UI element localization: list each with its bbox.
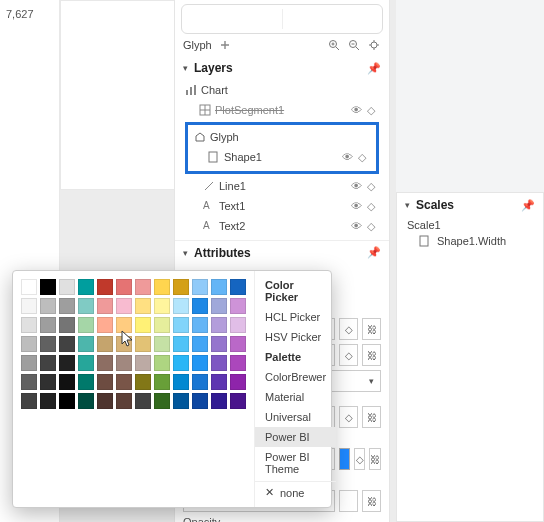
color-swatch[interactable] bbox=[59, 317, 75, 333]
erase-button[interactable]: ◇ bbox=[339, 344, 358, 366]
color-swatch[interactable] bbox=[135, 336, 151, 352]
erase-icon[interactable]: ◇ bbox=[367, 180, 379, 192]
color-swatch[interactable] bbox=[78, 355, 94, 371]
color-swatch[interactable] bbox=[135, 374, 151, 390]
color-swatch[interactable] bbox=[59, 279, 75, 295]
visibility-icon[interactable]: 👁 bbox=[351, 220, 363, 232]
visibility-icon[interactable]: 👁 bbox=[351, 104, 363, 116]
zoom-out-icon[interactable] bbox=[347, 38, 361, 52]
color-swatch[interactable] bbox=[21, 279, 37, 295]
color-swatch[interactable] bbox=[40, 279, 56, 295]
color-swatch[interactable] bbox=[135, 279, 151, 295]
link-button[interactable]: ⛓ bbox=[362, 318, 381, 340]
fill-color-swatch[interactable] bbox=[339, 448, 350, 470]
color-swatch[interactable] bbox=[78, 298, 94, 314]
layer-line1[interactable]: Line1 👁◇ bbox=[181, 176, 383, 196]
visibility-icon[interactable]: 👁 bbox=[342, 151, 354, 163]
color-swatch[interactable] bbox=[173, 374, 189, 390]
menu-universal[interactable]: Universal bbox=[255, 407, 336, 427]
color-swatch[interactable] bbox=[211, 317, 227, 333]
color-swatch[interactable] bbox=[78, 393, 94, 409]
add-glyph-icon[interactable] bbox=[218, 38, 232, 52]
color-swatch[interactable] bbox=[154, 279, 170, 295]
color-swatch[interactable] bbox=[135, 393, 151, 409]
visibility-icon[interactable]: 👁 bbox=[351, 180, 363, 192]
color-swatch[interactable] bbox=[40, 336, 56, 352]
color-swatch[interactable] bbox=[116, 374, 132, 390]
link-button[interactable]: ⛓ bbox=[362, 490, 381, 512]
link-button[interactable]: ⛓ bbox=[362, 344, 381, 366]
color-swatch[interactable] bbox=[211, 298, 227, 314]
color-swatch[interactable] bbox=[173, 393, 189, 409]
menu-powerbi-theme[interactable]: Power BI Theme bbox=[255, 447, 336, 479]
pin-icon[interactable]: 📌 bbox=[367, 62, 381, 75]
color-swatch[interactable] bbox=[211, 374, 227, 390]
attributes-header[interactable]: ▾ Attributes 📌 bbox=[175, 240, 389, 264]
fit-icon[interactable] bbox=[367, 38, 381, 52]
scales-header[interactable]: ▾ Scales 📌 bbox=[397, 193, 543, 217]
link-button[interactable]: ⛓ bbox=[362, 406, 381, 428]
link-button[interactable]: ⛓ bbox=[369, 448, 381, 470]
color-swatch[interactable] bbox=[40, 298, 56, 314]
color-swatch[interactable] bbox=[59, 374, 75, 390]
color-swatch[interactable] bbox=[173, 317, 189, 333]
color-swatch[interactable] bbox=[230, 336, 246, 352]
color-swatch[interactable] bbox=[116, 355, 132, 371]
menu-material[interactable]: Material bbox=[255, 387, 336, 407]
color-swatch[interactable] bbox=[21, 374, 37, 390]
menu-hsv-picker[interactable]: HSV Picker bbox=[255, 327, 336, 347]
erase-button[interactable]: ◇ bbox=[354, 448, 365, 470]
color-swatch[interactable] bbox=[211, 336, 227, 352]
color-swatch[interactable] bbox=[154, 374, 170, 390]
erase-icon[interactable]: ◇ bbox=[367, 200, 379, 212]
color-swatch[interactable] bbox=[97, 393, 113, 409]
color-swatch[interactable] bbox=[173, 279, 189, 295]
color-swatch[interactable] bbox=[40, 355, 56, 371]
color-swatch[interactable] bbox=[116, 279, 132, 295]
color-swatch[interactable] bbox=[173, 336, 189, 352]
color-swatch[interactable] bbox=[211, 355, 227, 371]
color-swatch[interactable] bbox=[21, 317, 37, 333]
layer-shape1[interactable]: Shape1 👁 ◇ bbox=[190, 147, 374, 167]
color-swatch[interactable] bbox=[154, 355, 170, 371]
color-swatch[interactable] bbox=[116, 298, 132, 314]
menu-hcl-picker[interactable]: HCL Picker bbox=[255, 307, 336, 327]
color-swatch[interactable] bbox=[40, 317, 56, 333]
color-swatch[interactable] bbox=[78, 279, 94, 295]
color-swatch[interactable] bbox=[21, 355, 37, 371]
color-swatch[interactable] bbox=[116, 317, 132, 333]
erase-icon[interactable]: ◇ bbox=[367, 220, 379, 232]
stroke-swatch[interactable] bbox=[339, 490, 358, 512]
visibility-icon[interactable]: 👁 bbox=[351, 200, 363, 212]
color-swatch[interactable] bbox=[78, 336, 94, 352]
color-swatch[interactable] bbox=[40, 393, 56, 409]
color-swatch[interactable] bbox=[21, 298, 37, 314]
layer-text2[interactable]: A Text2 👁◇ bbox=[181, 216, 383, 236]
color-swatch[interactable] bbox=[230, 374, 246, 390]
erase-button[interactable]: ◇ bbox=[339, 406, 358, 428]
color-swatch[interactable] bbox=[97, 374, 113, 390]
color-swatch[interactable] bbox=[59, 393, 75, 409]
color-swatch[interactable] bbox=[97, 317, 113, 333]
color-swatch[interactable] bbox=[230, 298, 246, 314]
color-swatch[interactable] bbox=[59, 298, 75, 314]
scale-binding[interactable]: Shape1.Width bbox=[397, 233, 543, 249]
menu-colorbrewer[interactable]: ColorBrewer bbox=[255, 367, 336, 387]
color-swatch[interactable] bbox=[97, 279, 113, 295]
color-swatch[interactable] bbox=[135, 298, 151, 314]
color-swatch[interactable] bbox=[173, 355, 189, 371]
color-swatch[interactable] bbox=[59, 355, 75, 371]
color-swatch[interactable] bbox=[154, 317, 170, 333]
color-swatch[interactable] bbox=[78, 317, 94, 333]
color-swatch[interactable] bbox=[116, 393, 132, 409]
erase-icon[interactable]: ◇ bbox=[358, 151, 370, 163]
erase-button[interactable]: ◇ bbox=[339, 318, 358, 340]
layer-text1[interactable]: A Text1 👁◇ bbox=[181, 196, 383, 216]
layers-header[interactable]: ▾ Layers 📌 bbox=[175, 56, 389, 80]
layer-chart[interactable]: Chart bbox=[181, 80, 383, 100]
color-swatch[interactable] bbox=[21, 336, 37, 352]
color-swatch[interactable] bbox=[135, 317, 151, 333]
menu-powerbi[interactable]: Power BI bbox=[255, 427, 336, 447]
layer-plotsegment[interactable]: PlotSegment1 👁 ◇ bbox=[181, 100, 383, 120]
color-swatch[interactable] bbox=[192, 336, 208, 352]
